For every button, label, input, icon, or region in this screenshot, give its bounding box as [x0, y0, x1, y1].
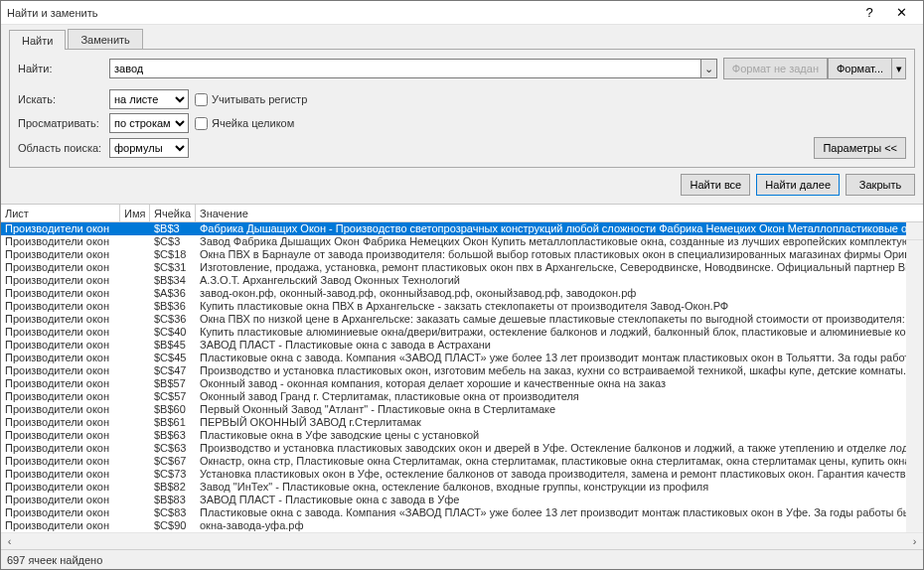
table-row[interactable]: Производители окон$C$73Установка пластик… [1, 468, 923, 481]
options-button[interactable]: Параметры << [814, 137, 906, 159]
form-area: Найти Заменить Найти: ⌄ Формат не задан … [1, 25, 923, 204]
look-in-label: Область поиска: [18, 142, 109, 154]
direction-label: Просматривать: [18, 117, 109, 129]
format-dropdown-button[interactable]: ▾ [892, 58, 906, 79]
table-row[interactable]: Производители окон$C$67Окнастр, окна стр… [1, 455, 923, 468]
table-row[interactable]: Производители окон$B$57Оконный завод - о… [1, 377, 923, 390]
table-row[interactable]: Производители окон$C$47Производство и ус… [1, 364, 923, 377]
close-button[interactable]: Закрыть [846, 174, 915, 196]
table-row[interactable]: Производители окон$B$61ПЕРВЫЙ ОКОННЫЙ ЗА… [1, 416, 923, 429]
format-button[interactable]: Формат... [828, 58, 892, 79]
table-row[interactable]: Производители окон$A$36завод-окон.рф, ок… [1, 287, 923, 300]
find-all-button[interactable]: Найти все [681, 174, 750, 196]
close-window-button[interactable]: ✕ [885, 2, 917, 24]
whole-cell-check[interactable]: Ячейка целиком [195, 117, 294, 130]
horizontal-scrollbar[interactable]: ‹ › [1, 532, 923, 549]
find-label: Найти: [18, 63, 109, 74]
tab-find[interactable]: Найти [9, 30, 66, 50]
table-row[interactable]: Производители окон$C$3Завод Фабрика Дыша… [1, 235, 923, 248]
find-next-button[interactable]: Найти далее [756, 174, 840, 196]
match-case-check[interactable]: Учитывать регистр [195, 93, 307, 106]
tab-replace[interactable]: Заменить [68, 29, 142, 49]
look-in-select[interactable]: формулы [109, 138, 189, 158]
no-format-button[interactable]: Формат не задан [723, 58, 828, 79]
status-bar: 697 ячеек найдено [1, 549, 923, 569]
chevron-left-icon: ‹ [1, 533, 18, 550]
col-name-header[interactable]: Имя [120, 205, 150, 221]
table-row[interactable]: Производители окон$B$45ЗАВОД ПЛАСТ - Пла… [1, 339, 923, 352]
find-history-dropdown[interactable]: ⌄ [701, 59, 717, 78]
table-row[interactable]: Производители окон$C$18Окна ПВХ в Барнау… [1, 248, 923, 261]
table-row[interactable]: Производители окон$C$83Пластиковые окна … [1, 506, 923, 519]
within-label: Искать: [18, 93, 109, 105]
tab-panel: Найти: ⌄ Формат не задан Формат... ▾ Иск… [9, 49, 915, 168]
within-select[interactable]: на листе [109, 89, 189, 109]
table-row[interactable]: Производители окон$B$83ЗАВОД ПЛАСТ - Пла… [1, 494, 923, 506]
results-list[interactable]: Производители окон$B$3Фабрика Дышащих Ок… [1, 222, 923, 532]
table-row[interactable]: Производители окон$C$63Производство и ус… [1, 442, 923, 455]
chevron-down-icon: ▾ [896, 63, 902, 75]
table-row[interactable]: Производители окон$C$57Оконный завод Гра… [1, 390, 923, 403]
table-row[interactable]: Производители окон$C$31Изготовление, про… [1, 261, 923, 274]
table-row[interactable]: Производители окон$B$34А.З.О.Т. Архангел… [1, 274, 923, 287]
chevron-down-icon: ⌄ [704, 63, 713, 75]
status-text: 697 ячеек найдено [7, 554, 102, 566]
dialog-title: Найти и заменить [7, 7, 853, 19]
col-cell-header[interactable]: Ячейка [150, 205, 196, 221]
help-button[interactable]: ? [853, 2, 885, 24]
chevron-right-icon: › [906, 533, 923, 550]
table-row[interactable]: Производители окон$C$45Пластиковые окна … [1, 352, 923, 364]
find-input[interactable] [109, 59, 701, 78]
table-row[interactable]: Производители окон$B$36Купить пластиковы… [1, 300, 923, 313]
table-row[interactable]: Производители окон$C$90окна-завода-уфа.р… [1, 519, 923, 532]
direction-select[interactable]: по строкам [109, 113, 189, 133]
table-row[interactable]: Производители окон$C$36Окна ПВХ по низко… [1, 313, 923, 326]
vertical-scrollbar[interactable] [906, 222, 923, 532]
col-value-header[interactable]: Значение [196, 205, 905, 221]
table-row[interactable]: Производители окон$B$82Завод "ИнТех" - П… [1, 481, 923, 494]
find-replace-dialog: Найти и заменить ? ✕ Найти Заменить Найт… [0, 0, 924, 570]
titlebar: Найти и заменить ? ✕ [1, 1, 923, 25]
results-header: Лист Имя Ячейка Значение [1, 205, 923, 222]
col-sheet-header[interactable]: Лист [1, 205, 120, 221]
table-row[interactable]: Производители окон$C$40Купить пластиковы… [1, 326, 923, 339]
tabs: Найти Заменить [9, 25, 915, 49]
results-area: Лист Имя Ячейка Значение Производители о… [1, 204, 923, 549]
table-row[interactable]: Производители окон$B$3Фабрика Дышащих Ок… [1, 222, 923, 235]
table-row[interactable]: Производители окон$B$63Пластиковые окна … [1, 429, 923, 442]
table-row[interactable]: Производители окон$B$60Первый Оконный За… [1, 403, 923, 416]
